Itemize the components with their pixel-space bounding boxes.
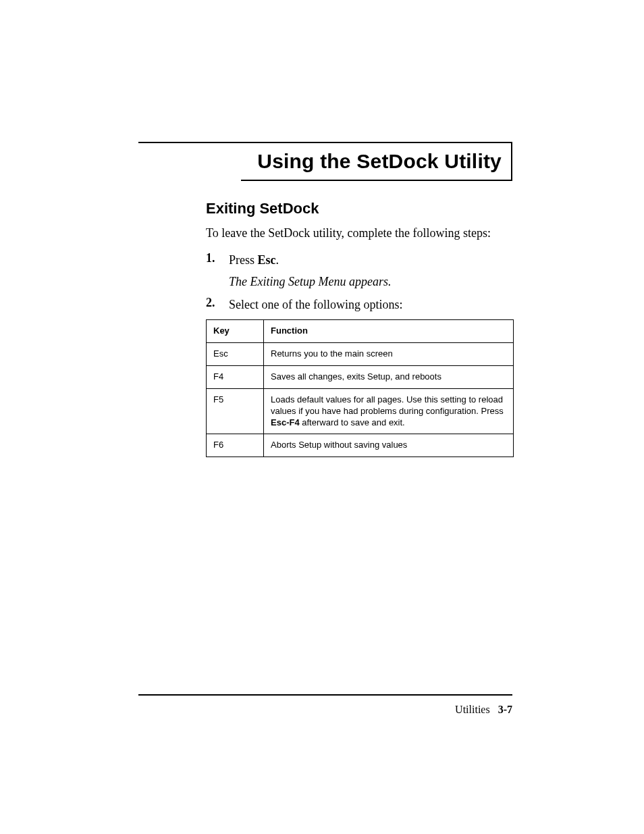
func-pre: Loads default values for all pages. Use … — [271, 394, 504, 416]
step-subtext: The Exiting Setup Menu appears. — [229, 275, 512, 289]
step-body: Press Esc. — [229, 251, 279, 269]
options-table: Key Function Esc Returns you to the main… — [206, 319, 514, 457]
footer-rule — [138, 694, 512, 696]
table-cell-key: Esc — [207, 342, 264, 365]
steps-list-cont: 2. Select one of the following options: — [206, 296, 512, 314]
table-cell-function: Saves all changes, exits Setup, and rebo… — [264, 365, 514, 388]
table-cell-key: F4 — [207, 365, 264, 388]
table-header-function: Function — [264, 320, 514, 343]
table-cell-function: Returns you to the main screen — [264, 342, 514, 365]
footer-page-number: 3-7 — [498, 704, 512, 715]
chapter-title-box: Using the SetDock Utility — [241, 143, 512, 181]
table-header-row: Key Function — [207, 320, 514, 343]
table-row: F5 Loads default values for all pages. U… — [207, 388, 514, 434]
table-row: F4 Saves all changes, exits Setup, and r… — [207, 365, 514, 388]
step-number: 1. — [206, 251, 229, 269]
table-header-key: Key — [207, 320, 264, 343]
func-key: Esc-F4 — [271, 417, 300, 427]
table-row: F6 Aborts Setup without saving values — [207, 434, 514, 457]
table-cell-function: Loads default values for all pages. Use … — [264, 388, 514, 434]
table-cell-key: F5 — [207, 388, 264, 434]
section-title: Exiting SetDock — [206, 200, 512, 217]
table-cell-key: F6 — [207, 434, 264, 457]
step-pre: Press — [229, 253, 258, 267]
step-post: . — [276, 253, 279, 267]
chapter-title: Using the SetDock Utility — [257, 150, 502, 173]
table-row: Esc Returns you to the main screen — [207, 342, 514, 365]
page-footer: Utilities 3-7 — [455, 704, 512, 716]
func-post: afterward to save and exit. — [300, 417, 405, 427]
steps-list: 1. Press Esc. — [206, 251, 512, 269]
step-number: 2. — [206, 296, 229, 314]
page: Using the SetDock Utility Exiting SetDoc… — [0, 0, 644, 834]
footer-section: Utilities — [455, 704, 490, 715]
table-cell-function: Aborts Setup without saving values — [264, 434, 514, 457]
intro-text: To leave the SetDock utility, complete t… — [206, 224, 512, 242]
step-key: Esc — [258, 253, 276, 267]
list-item: 1. Press Esc. — [206, 251, 512, 269]
step-body: Select one of the following options: — [229, 296, 402, 314]
list-item: 2. Select one of the following options: — [206, 296, 512, 314]
